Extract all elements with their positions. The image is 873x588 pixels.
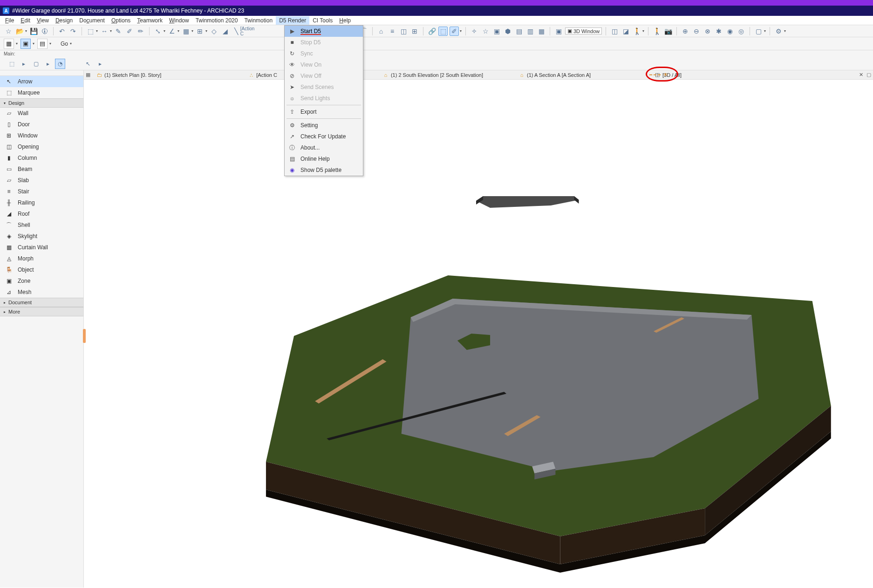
menu-view[interactable]: View — [34, 16, 52, 25]
nav5-icon[interactable]: ◉ — [725, 27, 735, 36]
tool-window[interactable]: ⊞Window — [0, 130, 83, 141]
3d-window-button[interactable]: ▣ 3D Window — [565, 27, 602, 34]
eyedrop-icon[interactable]: ✐ — [125, 27, 134, 36]
menu-options[interactable]: Options — [108, 16, 134, 25]
dropdown-icon[interactable]: ▾ — [460, 29, 462, 33]
view-btn-2[interactable]: ▣ — [20, 39, 31, 49]
walk-icon[interactable]: ⬚ — [86, 27, 95, 36]
publish-icon[interactable]: ▦ — [537, 27, 546, 36]
sidebar-section-more[interactable]: ▸ More — [0, 307, 83, 316]
redo-icon[interactable]: ↷ — [68, 27, 78, 36]
cursor-icon[interactable]: ⤡ — [153, 27, 163, 36]
menu-help[interactable]: Help — [336, 16, 354, 25]
dropdown-icon[interactable]: ▾ — [70, 41, 72, 46]
trim-icon[interactable]: [Action C — [243, 27, 252, 36]
window-icon[interactable]: ⊞ — [410, 27, 419, 36]
magic-icon[interactable]: ✧ — [470, 27, 479, 36]
dropdown-icon[interactable]: ▾ — [16, 41, 18, 46]
dropdown-icon[interactable]: ▾ — [642, 29, 644, 33]
dropdown-icon[interactable]: ▾ — [33, 41, 34, 46]
snap-icon[interactable]: ◇ — [209, 27, 218, 36]
menu-start-d5[interactable]: ▶ Start D5 — [285, 26, 363, 37]
dropdown-icon[interactable]: ▾ — [110, 29, 112, 33]
tool-door[interactable]: ▯Door — [0, 119, 83, 130]
gear-icon[interactable]: ⚙ — [774, 27, 783, 36]
3d-viewport[interactable] — [84, 80, 873, 588]
tool-roof[interactable]: ◢Roof — [0, 208, 83, 219]
tool-column[interactable]: ▮Column — [0, 152, 83, 164]
syringe-icon[interactable]: ✏ — [136, 27, 145, 36]
tab-south-elevation[interactable]: ⌂ (1) 2 South Elevation [2 South Elevati… — [379, 70, 487, 79]
dropdown-icon[interactable]: ▾ — [191, 29, 193, 33]
menu-about[interactable]: ⓘ About... — [285, 142, 363, 153]
box-icon[interactable]: ▢ — [754, 27, 763, 36]
qb-more-icon[interactable]: ▸ — [95, 59, 105, 69]
tab-overflow-icon[interactable]: ▢ — [865, 72, 873, 78]
nav2-icon[interactable]: ⊖ — [692, 27, 701, 36]
home-icon[interactable]: ⌂ — [376, 27, 386, 36]
tab-grid-icon[interactable]: ▦ — [84, 72, 92, 78]
tool-zone[interactable]: ▣Zone — [0, 275, 83, 287]
tool-railing[interactable]: ╫Railing — [0, 197, 83, 208]
menu-d5-render[interactable]: D5 Render — [276, 16, 309, 25]
view-btn-3[interactable]: ▤ — [37, 39, 48, 49]
snap2-icon[interactable]: ◢ — [220, 27, 230, 36]
tool-stair[interactable]: ≡Stair — [0, 186, 83, 197]
menu-show-palette[interactable]: ◉ Show D5 palette — [285, 164, 363, 176]
walkman-icon[interactable]: 🚶 — [632, 27, 641, 36]
tool-beam[interactable]: ▭Beam — [0, 164, 83, 175]
dropdown-icon[interactable]: ▾ — [764, 29, 766, 33]
menu-design[interactable]: Design — [52, 16, 76, 25]
ruler-icon[interactable]: ▦ — [181, 27, 191, 36]
sidebar-section-design[interactable]: ▾ Design — [0, 98, 83, 108]
tool-opening[interactable]: ◫Opening — [0, 141, 83, 152]
menu-export[interactable]: ⇪ Export — [285, 106, 363, 117]
person-icon[interactable]: 🚶 — [652, 27, 662, 36]
print-icon[interactable]: 🛈 — [40, 27, 49, 36]
door-icon[interactable]: ◫ — [399, 27, 408, 36]
tool-arrow[interactable]: ↖ Arrow — [0, 76, 83, 87]
trace-badge-icon[interactable]: ━ ━ ━ — [649, 72, 661, 77]
dropdown-icon[interactable]: ▾ — [96, 29, 98, 33]
palette-icon[interactable]: ▥ — [525, 27, 535, 36]
tool-marquee[interactable]: ⬚ Marquee — [0, 87, 83, 98]
menu-ci-tools[interactable]: CI Tools — [309, 16, 336, 25]
menu-window[interactable]: Window — [166, 16, 192, 25]
link-icon[interactable]: 🔗 — [427, 27, 436, 36]
cube-icon[interactable]: ▣ — [492, 27, 501, 36]
menu-edit[interactable]: Edit — [17, 16, 34, 25]
dropdown-icon[interactable]: ▾ — [205, 29, 207, 33]
menu-twinmotion[interactable]: Twinmotion — [241, 16, 276, 25]
tab-sketch-plan[interactable]: 🗀 (1) Sketch Plan [0. Story] — [92, 70, 165, 79]
menu-document[interactable]: Document — [76, 16, 108, 25]
select-icon[interactable]: ⬚ — [438, 27, 448, 36]
dropdown-icon[interactable]: ▾ — [49, 41, 51, 46]
open-icon[interactable]: 📂 — [15, 27, 24, 36]
edit-icon[interactable]: ✐ — [450, 27, 459, 36]
tab-section-a[interactable]: ⌂ (1) A Section A [A Section A] — [515, 70, 594, 79]
qb-arrow-icon[interactable]: ↖ — [83, 59, 93, 69]
trace-eye-icon[interactable]: 👁 — [663, 72, 668, 77]
dropdown-icon[interactable]: ▾ — [177, 29, 179, 33]
tool-object[interactable]: 🪑Object — [0, 264, 83, 275]
elements-icon[interactable]: ⬢ — [503, 27, 512, 36]
measure-icon[interactable]: ↔ — [100, 27, 109, 36]
menu-twinmotion-2020[interactable]: Twinmotion 2020 — [192, 16, 241, 25]
tool-mesh[interactable]: ⊿Mesh — [0, 287, 83, 298]
tab-action-c[interactable]: ⛬ [Action C — [244, 70, 281, 79]
render-icon[interactable]: ▣ — [554, 27, 563, 36]
menu-file[interactable]: File — [2, 16, 17, 25]
tool-shell[interactable]: ⌒Shell — [0, 219, 83, 231]
tool-slab[interactable]: ▱Slab — [0, 175, 83, 186]
line-icon[interactable]: ╲ — [232, 27, 241, 36]
nav4-icon[interactable]: ✱ — [714, 27, 723, 36]
dropdown-icon[interactable]: ▾ — [164, 29, 165, 33]
stairs-icon[interactable]: ≡ — [388, 27, 397, 36]
go-label[interactable]: Go — [61, 41, 68, 47]
qb-icon-1[interactable]: ⬚ — [7, 59, 17, 69]
view-btn-1[interactable]: ▦ — [4, 39, 14, 49]
star-icon[interactable]: ☆ — [481, 27, 490, 36]
nav3-icon[interactable]: ⊗ — [703, 27, 712, 36]
persp-icon[interactable]: ◫ — [610, 27, 619, 36]
menu-setting[interactable]: ⚙ Setting — [285, 120, 363, 131]
